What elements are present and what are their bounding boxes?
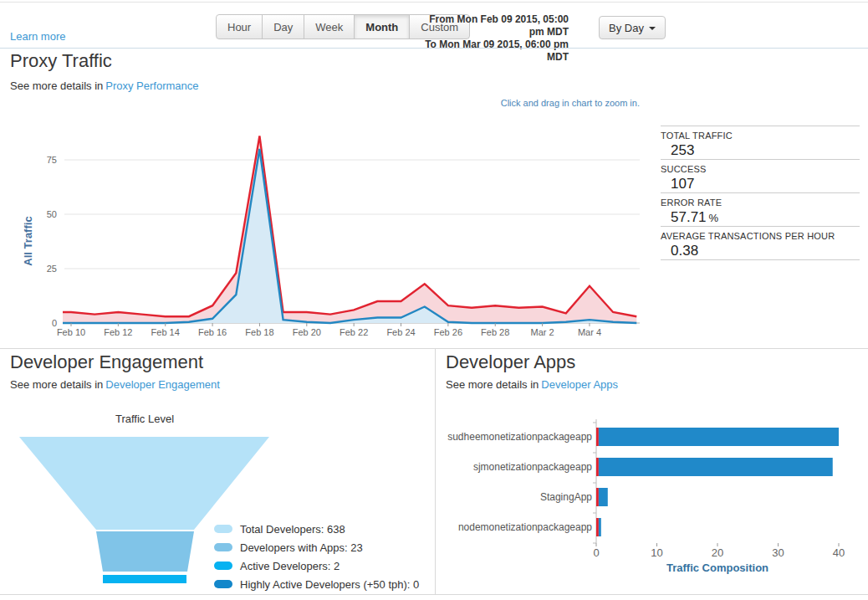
svg-text:Feb 26: Feb 26 bbox=[434, 327, 462, 337]
legend-swatch-icon bbox=[214, 543, 232, 551]
svg-text:Feb 18: Feb 18 bbox=[245, 327, 273, 337]
caret-down-icon bbox=[649, 27, 656, 30]
bar-stagingapp-success-traffic[interactable] bbox=[599, 488, 608, 506]
x-axis-title: Traffic Composition bbox=[666, 562, 768, 574]
developer-apps-subtitle: See more details inDeveloper Apps bbox=[446, 378, 618, 391]
svg-text:Feb 24: Feb 24 bbox=[386, 327, 415, 337]
bar-chart-labels: sudheemonetizationpackageappsjmonetizati… bbox=[447, 431, 845, 559]
funnel-title: Traffic Level bbox=[115, 413, 174, 425]
funnel-stage-active-developers[interactable] bbox=[103, 575, 186, 583]
traffic-composition-bar-chart: sudheemonetizationpackageappsjmonetizati… bbox=[443, 416, 865, 579]
stat-label: ERROR RATE bbox=[661, 197, 860, 208]
legend-item: Total Developers: 638 bbox=[214, 520, 419, 538]
stat-value: 253 bbox=[671, 142, 860, 159]
developer-engagement-link[interactable]: Developer Engagement bbox=[105, 378, 220, 391]
svg-text:30: 30 bbox=[772, 546, 784, 559]
proxy-traffic-title: Proxy Traffic bbox=[10, 50, 112, 72]
stat-error-rate: ERROR RATE57.71% bbox=[661, 192, 860, 226]
bar-nodemonetizationpackageapp-success-traffic[interactable] bbox=[599, 518, 601, 536]
date-from: From Mon Feb 09 2015, 05:00 pm MDT bbox=[414, 13, 569, 38]
time-range-button-day[interactable]: Day bbox=[262, 14, 304, 39]
date-to: To Mon Mar 09 2015, 06:00 pm MDT bbox=[414, 38, 569, 64]
legend-label: Total Developers: 638 bbox=[240, 523, 345, 536]
group-by-label: By Day bbox=[609, 22, 644, 34]
date-range-label: From Mon Feb 09 2015, 05:00 pm MDT To Mo… bbox=[414, 13, 569, 64]
time-range-button-week[interactable]: Week bbox=[304, 14, 355, 39]
proxy-traffic-subtitle: See more details inProxy Performance bbox=[10, 79, 199, 92]
developer-apps-link[interactable]: Developer Apps bbox=[541, 378, 618, 391]
bar-label-nodemonetizationpackageapp: nodemonetizationpackageapp bbox=[458, 521, 592, 533]
legend-item: Developers with Apps: 23 bbox=[214, 538, 419, 556]
svg-text:25: 25 bbox=[47, 264, 57, 274]
svg-text:Feb 28: Feb 28 bbox=[481, 327, 509, 337]
zoom-hint: Click and drag in chart to zoom in. bbox=[501, 98, 640, 108]
bar-sudheemonetizationpackageapp-success-traffic[interactable] bbox=[599, 428, 839, 446]
stat-suffix: % bbox=[709, 212, 719, 224]
svg-text:75: 75 bbox=[47, 155, 57, 165]
stat-label: TOTAL TRAFFIC bbox=[661, 131, 860, 141]
top-divider bbox=[0, 2, 868, 3]
svg-text:Feb 12: Feb 12 bbox=[104, 327, 132, 337]
bottom-divider bbox=[0, 594, 868, 595]
gridlines bbox=[64, 160, 640, 323]
legend-swatch-icon bbox=[214, 562, 232, 570]
stat-success: SUCCESS107 bbox=[661, 159, 860, 192]
bar-label-sjmonetizationpackageapp: sjmonetizationpackageapp bbox=[473, 461, 592, 473]
time-range-button-hour[interactable]: Hour bbox=[216, 14, 263, 39]
time-range-button-month[interactable]: Month bbox=[354, 14, 410, 39]
bar-sjmonetizationpackageapp-error-traffic[interactable] bbox=[596, 458, 599, 476]
subtitle-prefix: See more details in bbox=[10, 79, 103, 92]
legend-label: Highly Active Developers (+50 tph): 0 bbox=[240, 578, 419, 591]
stat-average-transactions-per-hour: AVERAGE TRANSACTIONS PER HOUR0.38 bbox=[661, 226, 860, 259]
svg-text:Feb 10: Feb 10 bbox=[57, 327, 85, 337]
legend-item: Highly Active Developers (+50 tph): 0 bbox=[214, 575, 419, 593]
proxy-performance-link[interactable]: Proxy Performance bbox=[105, 79, 198, 92]
success-area bbox=[63, 149, 636, 323]
developer-apps-title: Developer Apps bbox=[446, 351, 575, 373]
stat-value: 107 bbox=[671, 176, 860, 192]
stat-label: SUCCESS bbox=[661, 164, 860, 174]
developer-engagement-title: Developer Engagement bbox=[10, 351, 203, 373]
bar-label-sudheemonetizationpackageapp: sudheemonetizationpackageapp bbox=[447, 431, 592, 443]
bar-sudheemonetizationpackageapp-error-traffic[interactable] bbox=[596, 428, 599, 446]
panel-divider bbox=[435, 349, 436, 594]
legend-label: Developers with Apps: 23 bbox=[240, 541, 363, 554]
all-traffic-total-line bbox=[63, 136, 636, 316]
stat-label: AVERAGE TRANSACTIONS PER HOUR bbox=[661, 231, 860, 241]
legend-swatch-icon bbox=[214, 525, 232, 533]
svg-text:Mar 4: Mar 4 bbox=[578, 327, 601, 337]
subtitle-prefix: See more details in bbox=[446, 378, 539, 391]
legend-label: Active Developers: 2 bbox=[240, 560, 340, 572]
funnel-stage-developers-with-apps[interactable] bbox=[96, 531, 194, 572]
group-by-dropdown[interactable]: By Day bbox=[599, 16, 666, 39]
svg-text:10: 10 bbox=[651, 546, 662, 559]
bar-nodemonetizationpackageapp-error-traffic[interactable] bbox=[596, 518, 599, 536]
svg-text:Feb 22: Feb 22 bbox=[340, 327, 368, 337]
svg-text:0: 0 bbox=[593, 546, 599, 559]
svg-text:Feb 16: Feb 16 bbox=[198, 327, 227, 337]
legend-item: Active Developers: 2 bbox=[214, 556, 419, 575]
header-divider bbox=[0, 48, 868, 49]
funnel-legend: Total Developers: 638Developers with App… bbox=[214, 520, 419, 593]
svg-text:50: 50 bbox=[47, 209, 57, 219]
legend-swatch-icon bbox=[214, 580, 232, 588]
developer-engagement-subtitle: See more details inDeveloper Engagement bbox=[10, 378, 220, 391]
analytics-dashboard: Learn more HourDayWeekMonthCustom From M… bbox=[0, 0, 868, 600]
success-line bbox=[63, 149, 636, 323]
bar-label-stagingapp: StagingApp bbox=[540, 491, 592, 503]
bar-sjmonetizationpackageapp-success-traffic[interactable] bbox=[599, 458, 833, 476]
stat-total-traffic: TOTAL TRAFFIC253 bbox=[661, 126, 860, 159]
traffic-area-chart[interactable]: 0255075Feb 10Feb 12Feb 14Feb 16Feb 18Feb… bbox=[17, 115, 652, 340]
subtitle-prefix: See more details in bbox=[10, 378, 103, 391]
stat-value: 0.38 bbox=[671, 243, 860, 259]
svg-text:Mar 2: Mar 2 bbox=[531, 327, 554, 337]
stat-value: 57.71% bbox=[671, 209, 860, 226]
y-axis-title: All Traffic bbox=[22, 216, 34, 265]
svg-text:Feb 14: Feb 14 bbox=[151, 327, 180, 337]
svg-text:Feb 20: Feb 20 bbox=[293, 327, 321, 337]
learn-more-link[interactable]: Learn more bbox=[10, 30, 65, 43]
section-divider bbox=[0, 348, 868, 349]
funnel-stage-total-developers[interactable] bbox=[19, 437, 269, 530]
svg-text:20: 20 bbox=[712, 546, 723, 559]
bar-stagingapp-error-traffic[interactable] bbox=[596, 488, 599, 506]
